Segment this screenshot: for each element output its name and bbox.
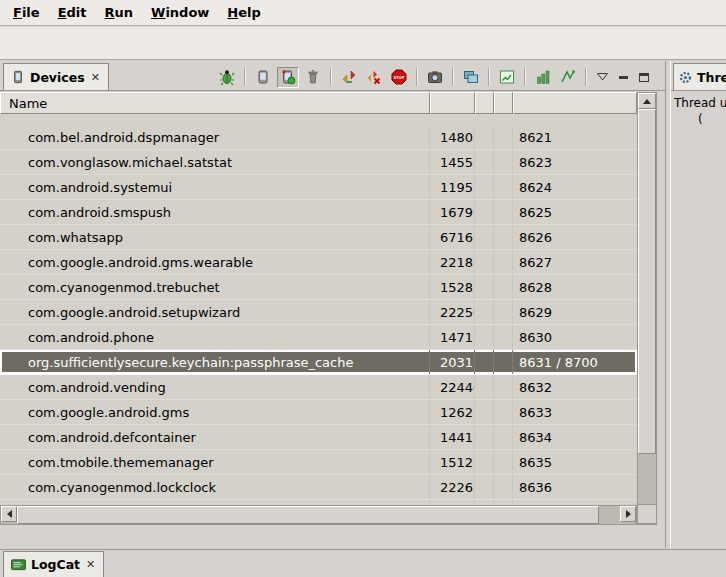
process-name-cell: com.whatsapp [0,225,430,249]
devices-table: Name com.bel.android.dspmanager 1480 862… [0,91,657,525]
column-header-pid[interactable] [430,92,475,114]
device-row[interactable]: com.cyanogenmod.trebuchet 1528 8628 [0,275,637,300]
pid-cell: 20311 [430,350,475,374]
devices-toolbar: STOP [216,65,653,89]
scroll-left-button[interactable] [1,506,17,522]
blank-cell [494,450,513,474]
view-hierarchy-icon[interactable] [460,67,482,88]
threads-tab-label: Threads [697,70,726,85]
column-header-port[interactable] [513,92,637,114]
view-menu-icon[interactable] [593,68,611,86]
bottom-bar: LogCat ✕ [0,549,726,577]
pid-cell: 14553 [430,150,475,174]
pid-cell: 6716 [430,225,475,249]
svg-text:STOP: STOP [394,75,405,80]
device-row[interactable]: com.android.phone 1471 8630 [0,325,637,350]
allocation-tracker-icon[interactable] [557,67,579,88]
devices-panel-header: Devices ✕ [0,61,665,91]
menu-edit[interactable]: Edit [49,2,96,23]
device-row[interactable]: com.google.android.gms 12623 8633 [0,400,637,425]
close-icon[interactable]: ✕ [85,558,96,571]
vertical-scrollbar[interactable] [637,92,657,525]
process-name-cell: com.android.defcontainer [0,425,430,449]
tab-devices[interactable]: Devices ✕ [3,63,109,90]
process-name-cell: com.google.android.gms.wearable [0,250,430,274]
row-spacer [0,114,637,125]
device-row[interactable]: com.google.android.setupwizard 22250 862… [0,300,637,325]
threads-message-line1: Thread up [674,95,726,111]
threads-message-line2: ( [674,111,726,127]
blank-cell [494,250,513,274]
scroll-right-button[interactable] [620,506,636,522]
menu-help[interactable]: Help [218,2,269,23]
tab-threads[interactable]: Threads [673,63,726,90]
blank-cell [494,150,513,174]
blank-cell [475,325,494,349]
port-cell: 8626 [513,225,637,249]
scrollbar-corner [637,504,657,524]
blank-cell [494,375,513,399]
process-name-cell: com.cyanogenmod.trebuchet [0,275,430,299]
port-cell: 8635 [513,450,637,474]
threads-panel: Threads Thread up ( [670,61,726,548]
horizontal-scrollbar[interactable] [0,505,637,525]
pid-cell: 1528 [430,275,475,299]
screen-capture-icon[interactable] [424,67,446,88]
method-profiling-icon[interactable] [363,67,385,88]
blank-cell [475,350,494,374]
device-row[interactable]: com.android.systemui 1195 8624 [0,175,637,200]
device-tab-icon [11,70,25,84]
update-heap-icon[interactable] [252,67,274,88]
minimize-icon[interactable] [614,68,632,86]
toolbar-strip [0,27,726,60]
scroll-up-button[interactable] [638,93,656,109]
stop-process-icon[interactable]: STOP [388,67,410,88]
blank-cell [475,425,494,449]
pid-cell: 1195 [430,175,475,199]
pid-cell: 22265 [430,475,475,499]
device-row[interactable]: com.bel.android.dspmanager 1480 8621 [0,125,637,150]
column-header-blank2[interactable] [494,92,513,114]
dump-hprof-icon[interactable] [277,67,299,88]
blank-cell [475,300,494,324]
cause-gc-icon[interactable] [302,67,324,88]
process-name-cell: com.google.android.gms [0,400,430,424]
threads-tab-icon [679,71,692,84]
device-row[interactable]: com.google.android.gms.wearable 22185 86… [0,250,637,275]
debug-process-icon[interactable] [216,67,238,88]
column-header-blank1[interactable] [475,92,494,114]
pid-cell: 1480 [430,125,475,149]
device-row[interactable]: com.whatsapp 6716 8626 [0,225,637,250]
pid-cell: 22250 [430,300,475,324]
blank-cell [475,150,494,174]
blank-cell [475,225,494,249]
close-icon[interactable]: ✕ [90,71,101,84]
vertical-scroll-thumb[interactable] [638,109,656,454]
blank-cell [494,350,513,374]
maximize-icon[interactable] [635,68,653,86]
device-row[interactable]: com.android.smspush 1679 8625 [0,200,637,225]
blank-cell [475,250,494,274]
horizontal-scroll-thumb[interactable] [17,506,599,524]
menu-file[interactable]: File [4,2,49,23]
tab-logcat[interactable]: LogCat ✕ [3,551,104,577]
process-name-cell: com.vonglasow.michael.satstat [0,150,430,174]
menu-run[interactable]: Run [96,2,143,23]
device-row[interactable]: com.cyanogenmod.lockclock 22265 8636 [0,475,637,500]
ddms-window: File Edit Run Window Help Devices ✕ [0,0,726,577]
process-name-cell: com.android.systemui [0,175,430,199]
device-row[interactable]: com.android.vending 22440 8632 [0,375,637,400]
column-header-name[interactable]: Name [0,92,430,114]
device-row[interactable]: com.tmobile.thememanager 1512 8635 [0,450,637,475]
pid-cell: 1679 [430,200,475,224]
device-row[interactable]: org.sufficientlysecure.keychain:passphra… [0,350,637,375]
menu-window[interactable]: Window [142,2,218,23]
update-threads-icon[interactable] [338,67,360,88]
system-info-icon[interactable] [496,67,518,88]
device-row[interactable]: com.vonglasow.michael.satstat 14553 8623 [0,150,637,175]
heap-columns-icon[interactable] [532,67,554,88]
device-row[interactable]: com.android.defcontainer 14411 8634 [0,425,637,450]
port-cell: 8625 [513,200,637,224]
blank-cell [475,200,494,224]
devices-panel: Devices ✕ [0,61,666,548]
